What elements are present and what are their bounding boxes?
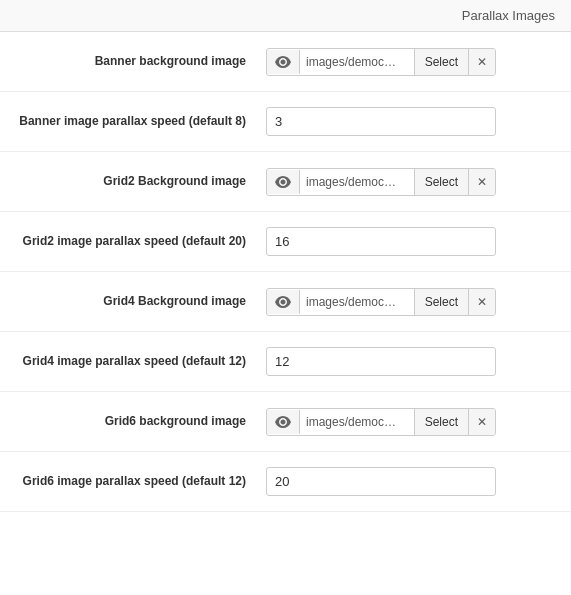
image-selector-banner-bg: images/democ…Select✕ [266,48,496,76]
field-label-banner-bg: Banner background image [16,53,266,70]
image-selector-grid6-bg: images/democ…Select✕ [266,408,496,436]
field-control-grid2-speed [266,227,555,256]
field-row-grid6-speed: Grid6 image parallax speed (default 12) [0,452,571,512]
remove-button-grid4-bg[interactable]: ✕ [468,289,495,315]
field-label-grid4-speed: Grid4 image parallax speed (default 12) [16,353,266,370]
eye-button-grid2-bg[interactable] [267,170,300,194]
field-control-banner-bg: images/democ…Select✕ [266,48,555,76]
eye-icon [275,296,291,308]
remove-button-banner-bg[interactable]: ✕ [468,49,495,75]
text-input-grid4-speed[interactable] [266,347,496,376]
eye-icon [275,56,291,68]
select-button-grid4-bg[interactable]: Select [414,289,468,315]
fields-container: Banner background image images/democ…Sel… [0,32,571,512]
eye-icon [275,176,291,188]
field-control-grid2-bg: images/democ…Select✕ [266,168,555,196]
select-button-grid2-bg[interactable]: Select [414,169,468,195]
section-title: Parallax Images [462,8,555,23]
field-row-grid2-speed: Grid2 image parallax speed (default 20) [0,212,571,272]
remove-icon: ✕ [477,55,487,69]
field-label-grid6-speed: Grid6 image parallax speed (default 12) [16,473,266,490]
field-row-banner-bg: Banner background image images/democ…Sel… [0,32,571,92]
field-row-grid2-bg: Grid2 Background image images/democ…Sele… [0,152,571,212]
field-control-banner-speed [266,107,555,136]
section-header: Parallax Images [0,0,571,32]
field-row-grid6-bg: Grid6 background image images/democ…Sele… [0,392,571,452]
remove-button-grid2-bg[interactable]: ✕ [468,169,495,195]
text-input-grid6-speed[interactable] [266,467,496,496]
remove-icon: ✕ [477,415,487,429]
image-selector-grid2-bg: images/democ…Select✕ [266,168,496,196]
select-button-banner-bg[interactable]: Select [414,49,468,75]
field-row-grid4-speed: Grid4 image parallax speed (default 12) [0,332,571,392]
eye-button-banner-bg[interactable] [267,50,300,74]
field-control-grid4-bg: images/democ…Select✕ [266,288,555,316]
image-path-grid6-bg: images/democ… [300,409,414,435]
field-control-grid6-bg: images/democ…Select✕ [266,408,555,436]
image-selector-grid4-bg: images/democ…Select✕ [266,288,496,316]
field-label-grid2-bg: Grid2 Background image [16,173,266,190]
select-button-grid6-bg[interactable]: Select [414,409,468,435]
field-label-grid4-bg: Grid4 Background image [16,293,266,310]
field-control-grid6-speed [266,467,555,496]
field-row-grid4-bg: Grid4 Background image images/democ…Sele… [0,272,571,332]
field-label-grid2-speed: Grid2 image parallax speed (default 20) [16,233,266,250]
remove-icon: ✕ [477,295,487,309]
eye-icon [275,416,291,428]
eye-button-grid6-bg[interactable] [267,410,300,434]
field-row-banner-speed: Banner image parallax speed (default 8) [0,92,571,152]
image-path-grid4-bg: images/democ… [300,289,414,315]
field-label-banner-speed: Banner image parallax speed (default 8) [16,113,266,130]
eye-button-grid4-bg[interactable] [267,290,300,314]
remove-icon: ✕ [477,175,487,189]
field-label-grid6-bg: Grid6 background image [16,413,266,430]
text-input-banner-speed[interactable] [266,107,496,136]
image-path-banner-bg: images/democ… [300,49,414,75]
remove-button-grid6-bg[interactable]: ✕ [468,409,495,435]
text-input-grid2-speed[interactable] [266,227,496,256]
field-control-grid4-speed [266,347,555,376]
image-path-grid2-bg: images/democ… [300,169,414,195]
